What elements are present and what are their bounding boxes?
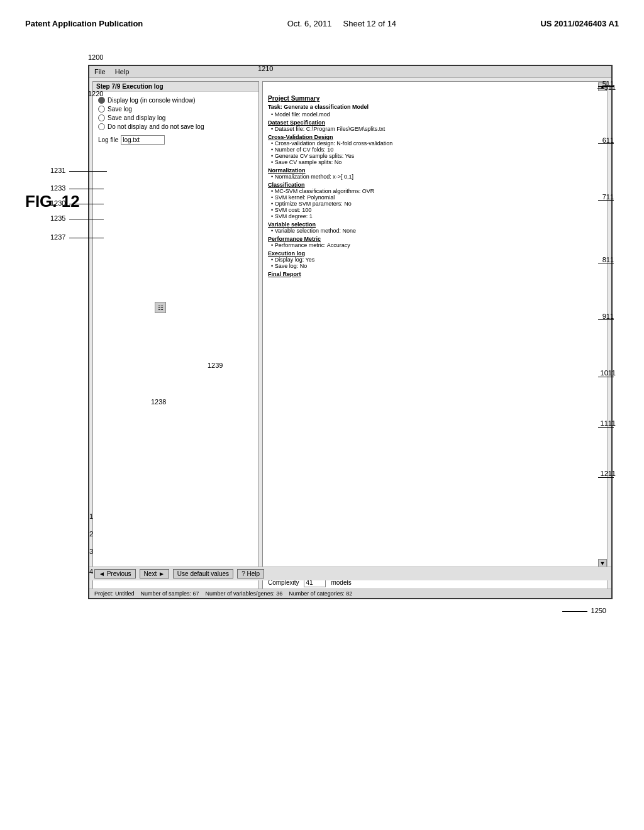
step-header: Step 7/9 Execution log bbox=[93, 82, 258, 92]
radio-no-log-label: Do not display and do not save log bbox=[108, 123, 204, 130]
perf-item-0: • Performance metric: Accuracy bbox=[271, 242, 602, 248]
ref-n3: 3 bbox=[89, 548, 93, 555]
radio-save-display-label: Save and display log bbox=[108, 114, 165, 121]
outer-window-1200: File Help Step 7/9 Execution log Display… bbox=[88, 65, 613, 599]
class-item-2: • Optimize SVM parameters: No bbox=[271, 201, 602, 207]
exec-item-1: • Save log: No bbox=[271, 263, 602, 269]
line-1011 bbox=[598, 377, 614, 377]
ref-1239: 1239 bbox=[208, 362, 223, 369]
var-item-0: • Variable selection method: None bbox=[271, 228, 602, 234]
project-summary: Project Summary Task: Generate a classif… bbox=[263, 92, 608, 558]
cv-item-2: • Generate CV sample splits: Yes bbox=[271, 153, 602, 159]
status-bar: Project: Untitled Number of samples: 67 … bbox=[89, 589, 611, 598]
status-variables: Number of variables/genes: 36 bbox=[206, 590, 283, 597]
radio-empty-2-icon bbox=[98, 114, 105, 121]
bottom-toolbar: ◄ Previous Next ► Use default values ? H… bbox=[89, 567, 611, 580]
header-date: Oct. 6, 2011 bbox=[287, 19, 332, 28]
header-publication: Patent Application Publication bbox=[25, 19, 143, 28]
radio-empty-3-icon bbox=[98, 123, 105, 130]
previous-btn[interactable]: ◄ Previous bbox=[94, 569, 136, 578]
ref-bracket-1111: 1111 bbox=[601, 419, 616, 427]
class-section: Classification bbox=[268, 182, 602, 188]
ref-1233: 1233 bbox=[50, 184, 104, 192]
line-611 bbox=[598, 143, 614, 144]
log-file-label: Log file bbox=[98, 136, 118, 143]
log-file-row: Log file bbox=[98, 135, 253, 145]
status-categories: Number of categories: 82 bbox=[289, 590, 352, 597]
figure-area: FIG. 12 1200 File Help Step 7/9 Executio… bbox=[25, 53, 619, 657]
class-item-1: • SVM kernel: Polynomial bbox=[271, 194, 602, 201]
radio-filled-icon bbox=[98, 97, 105, 104]
ref-1237: 1237 bbox=[50, 233, 104, 241]
dataset-item-0: • Dataset file: C:\Program Files\GEM\spl… bbox=[271, 126, 602, 132]
var-section: Variable selection bbox=[268, 221, 602, 228]
header-center: Oct. 6, 2011 Sheet 12 of 14 bbox=[287, 19, 396, 28]
radio-save-display-log[interactable]: Save and display log bbox=[98, 114, 253, 121]
line-1211 bbox=[598, 477, 614, 478]
ref-n1: 1 bbox=[89, 512, 93, 520]
line-511 bbox=[598, 86, 614, 87]
line-911 bbox=[598, 319, 614, 320]
menu-help[interactable]: Help bbox=[115, 68, 130, 75]
task-line: Task: Generate a classification Model bbox=[268, 104, 602, 110]
help-btn[interactable]: ? Help bbox=[237, 569, 264, 578]
icon-1239[interactable]: ☷ bbox=[155, 302, 166, 313]
ref-1230: 1230 bbox=[50, 199, 104, 207]
ref-bracket-1011: 1011 bbox=[601, 369, 616, 377]
status-samples: Number of samples: 67 bbox=[141, 590, 199, 597]
norm-item-0: • Normalization method: x->[ 0,1] bbox=[271, 174, 602, 180]
label-1200: 1200 bbox=[88, 53, 103, 61]
left-panel-1220: Step 7/9 Execution log Display log (in c… bbox=[92, 81, 259, 590]
class-item-4: • SVM degree: 1 bbox=[271, 213, 602, 219]
final-section: Final Report bbox=[268, 271, 602, 277]
log-file-input[interactable] bbox=[121, 135, 165, 145]
cv-section: Cross-Validation Design bbox=[268, 134, 602, 140]
dataset-section: Dataset Specification bbox=[268, 119, 602, 126]
ref-1235: 1235 bbox=[50, 214, 104, 222]
cv-item-3: • Save CV sample splits: No bbox=[271, 159, 602, 165]
model-file: • Model file: model.mod bbox=[271, 111, 602, 118]
summary-title: Project Summary bbox=[268, 95, 602, 102]
line-811 bbox=[598, 263, 614, 263]
menu-file[interactable]: File bbox=[94, 68, 106, 75]
next-btn[interactable]: Next ► bbox=[140, 569, 169, 578]
cv-item-1: • Number of CV folds: 10 bbox=[271, 147, 602, 153]
inner-split: Step 7/9 Execution log Display log (in c… bbox=[89, 78, 611, 594]
ref-1250: 1250 bbox=[562, 607, 606, 614]
ref-n4: 4 bbox=[89, 568, 93, 575]
radio-no-log[interactable]: Do not display and do not save log bbox=[98, 123, 253, 130]
radio-save-log-label: Save log bbox=[108, 106, 132, 113]
radio-empty-icon bbox=[98, 106, 105, 113]
line-711 bbox=[598, 200, 614, 201]
right-panel-1210: ▲ Project Summary Task: Generate a class… bbox=[262, 81, 608, 590]
line-1111 bbox=[598, 427, 614, 428]
norm-section: Normalization bbox=[268, 167, 602, 174]
page-header: Patent Application Publication Oct. 6, 2… bbox=[13, 13, 631, 35]
class-item-0: • MC-SVM classification algorithms: OVR bbox=[271, 188, 602, 194]
label-1210-text: 1210 bbox=[258, 65, 273, 72]
ref-n2: 2 bbox=[89, 530, 93, 538]
scroll-up-area: ▲ bbox=[263, 82, 608, 92]
exec-item-0: • Display log: Yes bbox=[271, 257, 602, 263]
radio-display-log-label: Display log (in console window) bbox=[108, 97, 196, 104]
menu-bar: File Help bbox=[89, 66, 611, 78]
radio-display-log[interactable]: Display log (in console window) bbox=[98, 97, 253, 104]
ref-bracket-1211: 1211 bbox=[601, 470, 616, 477]
ref-1231: 1231 bbox=[50, 167, 107, 174]
page-container: Patent Application Publication Oct. 6, 2… bbox=[0, 0, 644, 830]
use-default-btn[interactable]: Use default values bbox=[173, 569, 233, 578]
perf-section: Performance Metric bbox=[268, 236, 602, 242]
radio-options: Display log (in console window) Save log… bbox=[93, 92, 258, 590]
label-1220-text: 1220 bbox=[88, 90, 103, 97]
radio-save-log[interactable]: Save log bbox=[98, 106, 253, 113]
ref-1238: 1238 bbox=[151, 398, 166, 406]
exec-section: Execution log bbox=[268, 250, 602, 257]
status-project: Project: Untitled bbox=[94, 590, 135, 597]
cv-item-0: • Cross-validation design: N-fold cross-… bbox=[271, 140, 602, 147]
header-sheet: Sheet 12 of 14 bbox=[343, 19, 397, 28]
class-item-3: • SVM cost: 100 bbox=[271, 207, 602, 213]
header-patent: US 2011/0246403 A1 bbox=[540, 19, 619, 28]
